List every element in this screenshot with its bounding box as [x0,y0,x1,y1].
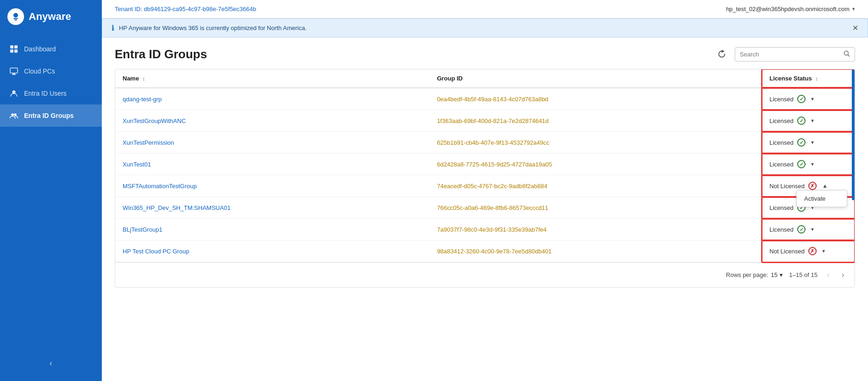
cell-license-status: Licensed ✓ ▾ [762,154,855,175]
table-row: MSFTAutomationTestGroup 74eacedf-d05c-47… [115,175,855,197]
cell-group-id: 6d2428a8-7725-4615-9d25-4727daa19a05 [429,154,762,175]
search-icon [843,50,850,58]
table-header-row: Name ↕ Group ID License Status ↕ [115,69,855,88]
group-name-link[interactable]: BLjTestGroup1 [123,226,162,233]
group-id-value: 6d2428a8-7725-4615-9d25-4727daa19a05 [437,161,552,168]
group-name-link[interactable]: HP Test Cloud PC Group [123,248,189,255]
cell-group-id: 766cc05c-a0a6-469e-8fb6-86573ecccd11 [429,197,762,219]
group-id-value: 766cc05c-a0a6-469e-8fb6-86573ecccd11 [437,204,548,211]
rows-per-page-value: 15 [771,271,777,278]
group-id-value: 1f363aab-69bf-400d-821a-7e2d2874641d [437,117,548,124]
user-icon [9,89,19,98]
license-status-cell: Licensed ✓ ▾ [769,117,847,125]
svg-rect-5 [10,49,13,53]
content-area: Entra ID Groups [102,37,868,381]
status-chevron-icon[interactable]: ▾ [811,226,814,233]
logo-icon [7,8,24,25]
page-title: Entra ID Groups [115,47,207,61]
sidebar-collapse-button[interactable]: ‹ [0,355,102,372]
logo: Anyware [0,0,102,33]
monitor-icon [9,67,19,76]
sidebar: Anyware Dashboard Cloud P [0,0,102,381]
header-actions [714,47,855,61]
svg-rect-1 [13,18,18,19]
licensed-icon: ✓ [797,138,806,147]
sidebar-item-label: Entra ID Groups [24,112,74,119]
account-chevron-icon: ▾ [852,6,855,12]
svg-point-11 [11,113,14,116]
rows-per-page-select[interactable]: 15 ▾ [771,271,782,278]
license-status-text: Not Licensed [769,183,805,190]
sidebar-nav: Dashboard Cloud PCs Entra ID Users [0,38,102,127]
cell-name: HP Test Cloud PC Group [115,240,429,262]
status-chevron-icon[interactable]: ▾ [811,117,814,124]
prev-page-button[interactable]: ‹ [824,269,832,281]
sidebar-item-cloud-pcs[interactable]: Cloud PCs [0,60,102,82]
license-status-text: Licensed [769,204,794,211]
sidebar-item-entra-id-groups[interactable]: Entra ID Groups [0,104,102,127]
banner-message: HP Anyware for Windows 365 is currently … [119,25,307,31]
user-account-menu[interactable]: hp_test_02@win365hpdevsh.onmicrosoft.com… [726,6,855,12]
cell-license-status: Licensed ✓ ▾ [762,110,855,132]
group-id-value: 0ea4bedf-4b5f-49aa-8143-4c07d763a8bd [437,96,548,103]
status-chevron-icon[interactable]: ▾ [811,139,814,146]
logo-text: Anyware [29,11,71,23]
license-status-sort-icon[interactable]: ↕ [815,76,818,81]
top-header: Tenant ID: db946129-ca95-4c97-b98e-7e5f5… [102,0,868,18]
activate-option[interactable]: Activate [797,190,847,207]
search-box [735,47,855,61]
sidebar-item-dashboard[interactable]: Dashboard [0,38,102,60]
cell-license-status: Licensed ✓ ▾ [762,132,855,154]
not-licensed-icon: ✗ [808,247,817,255]
table-row: BLjTestGroup1 7a9037f7-98c0-4e3d-9f31-33… [115,219,855,240]
table-row: XunTestGroupWithANC 1f363aab-69bf-400d-8… [115,110,855,132]
rows-per-page: Rows per page: 15 ▾ [726,271,783,278]
group-name-link[interactable]: XunTestPermission [123,139,174,146]
status-chevron-icon[interactable]: ▲ [822,183,828,189]
cell-name: XunTestPermission [115,132,429,154]
search-input[interactable] [740,51,841,58]
sidebar-item-label: Dashboard [24,45,56,53]
rows-per-page-chevron-icon: ▾ [780,271,783,278]
licensed-icon: ✓ [797,95,806,103]
next-page-button[interactable]: › [839,269,847,281]
license-status-cell: Not Licensed ✗ ▾ [769,247,847,255]
license-status-cell: Not Licensed ✗ ▲ Activate [769,182,847,190]
cell-name: BLjTestGroup1 [115,219,429,240]
refresh-button[interactable] [714,47,729,61]
group-id-value: 74eacedf-d05c-4767-bc2c-9adb8f2ab884 [437,183,547,190]
group-name-link[interactable]: XunTestGroupWithANC [123,117,186,124]
group-name-link[interactable]: qdang-test-grp [123,96,162,103]
info-icon: ℹ [112,24,114,32]
status-chevron-icon[interactable]: ▾ [811,96,814,102]
cell-name: MSFTAutomationTestGroup [115,175,429,197]
pagination: Rows per page: 15 ▾ 1–15 of 15 ‹ › [115,262,855,287]
group-name-link[interactable]: XunTest01 [123,161,151,168]
license-status-text: Licensed [769,117,794,124]
svg-rect-9 [12,74,16,75]
group-name-link[interactable]: Win365_HP_Dev_SH_TM:SHAMSUA01 [123,204,230,211]
status-chevron-icon[interactable]: ▾ [811,161,814,167]
group-icon [9,111,19,120]
svg-point-12 [14,113,17,116]
cell-license-status: Licensed ✓ ▾ [762,219,855,240]
column-header-group-id: Group ID [429,69,762,88]
group-name-link[interactable]: MSFTAutomationTestGroup [123,183,197,190]
sidebar-item-label: Cloud PCs [24,68,55,75]
license-status-cell: Licensed ✓ ▾ [769,95,847,103]
license-status-cell: Licensed ✓ ▾ [769,160,847,168]
table-row: XunTestPermission 625b1b91-cb4b-407e-9f1… [115,132,855,154]
page-header: Entra ID Groups [115,47,855,61]
sidebar-item-entra-id-users[interactable]: Entra ID Users [0,82,102,104]
cell-group-id: 0ea4bedf-4b5f-49aa-8143-4c07d763a8bd [429,88,762,110]
group-id-value: 98a83412-3260-4c00-9e78-7ee5d80db401 [437,248,552,255]
banner-close-button[interactable]: ✕ [852,24,858,32]
cell-name: XunTestGroupWithANC [115,110,429,132]
status-chevron-icon[interactable]: ▾ [822,248,825,254]
main-content: Tenant ID: db946129-ca95-4c97-b98e-7e5f5… [102,0,868,381]
group-id-value: 7a9037f7-98c0-4e3d-9f31-335e39ab7fe4 [437,226,546,233]
table-row: qdang-test-grp 0ea4bedf-4b5f-49aa-8143-4… [115,88,855,110]
name-sort-icon[interactable]: ↕ [143,76,145,81]
not-licensed-icon: ✗ [808,182,817,190]
license-status-text: Licensed [769,139,794,146]
